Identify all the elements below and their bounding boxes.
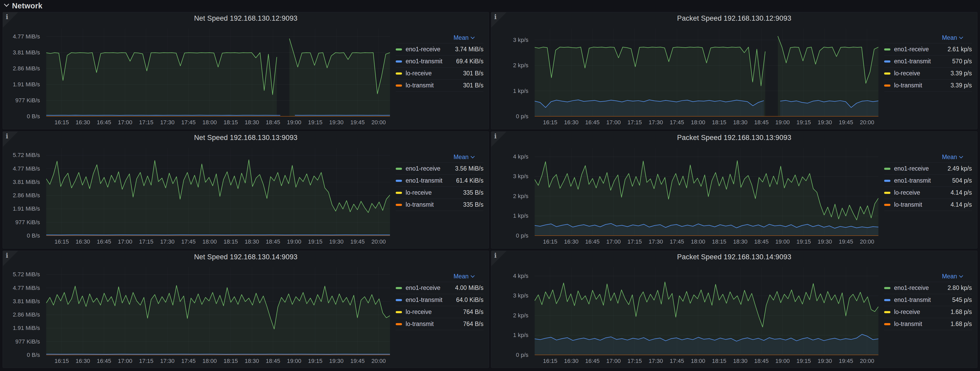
x-axis-tick-label: 17:15 (139, 358, 153, 365)
series-mean-value: 504 p/s (933, 177, 972, 184)
legend-row[interactable]: eno1-transmit 504 p/s (884, 174, 972, 187)
series-mean-value: 3.56 MiB/s (444, 165, 484, 172)
timeseries-chart[interactable] (46, 267, 390, 355)
legend-row[interactable]: lo-transmit 1.68 p/s (884, 318, 972, 330)
series-name[interactable]: lo-transmit (894, 82, 933, 89)
series-name[interactable]: lo-receive (406, 309, 444, 315)
legend-row[interactable]: lo-receive 4.14 p/s (884, 187, 972, 198)
legend-sort-mean[interactable]: Mean (453, 154, 474, 161)
series-name[interactable]: eno1-receive (406, 46, 444, 53)
legend-row[interactable]: lo-transmit 764 B/s (396, 318, 484, 330)
x-axis-tick-label: 16:45 (97, 238, 111, 245)
legend-row[interactable]: lo-receive 335 B/s (396, 187, 484, 198)
timeseries-chart[interactable] (535, 148, 878, 236)
series-name[interactable]: lo-transmit (894, 201, 933, 208)
series-name[interactable]: lo-receive (894, 70, 933, 77)
legend-sort-mean[interactable]: Mean (453, 273, 474, 280)
legend-row[interactable]: lo-receive 1.68 p/s (884, 306, 972, 318)
legend-row[interactable]: eno1-receive 3.74 MiB/s (396, 43, 484, 55)
series-mean-value: 3.74 MiB/s (444, 46, 484, 53)
legend-row[interactable]: eno1-transmit 61.4 KiB/s (396, 174, 484, 187)
series-name[interactable]: eno1-transmit (406, 296, 444, 304)
series-name[interactable]: lo-receive (894, 189, 933, 196)
y-axis: 0 p/s1 kp/s2 kp/s3 kp/s4 kp/s (495, 267, 531, 355)
y-axis-tick-label: 3.81 MiB/s (13, 298, 40, 305)
x-axis-tick-label: 17:30 (649, 358, 663, 365)
legend-row[interactable]: lo-receive 3.39 p/s (884, 67, 972, 79)
legend-row[interactable]: lo-transmit 4.14 p/s (884, 198, 972, 211)
series-name[interactable]: eno1-receive (894, 46, 933, 53)
legend-row[interactable]: lo-transmit 301 B/s (396, 79, 484, 91)
series-name[interactable]: eno1-receive (894, 285, 933, 291)
series-name[interactable]: eno1-transmit (406, 177, 444, 184)
plot-box[interactable] (535, 29, 878, 117)
y-axis-tick-label: 3 kp/s (513, 173, 528, 180)
x-axis-tick-label: 20:00 (860, 238, 874, 245)
legend-row[interactable]: eno1-transmit 570 p/s (884, 55, 972, 67)
plot-box[interactable] (535, 148, 878, 236)
series-name[interactable]: lo-transmit (894, 320, 933, 328)
series-name[interactable]: lo-transmit (406, 320, 444, 328)
legend-row[interactable]: eno1-receive 2.49 kp/s (884, 163, 972, 174)
panel-title[interactable]: Net Speed 192.168.130.13:9093 (3, 132, 489, 144)
chevron-down-icon (959, 154, 963, 158)
series-name[interactable]: lo-transmit (406, 82, 444, 89)
timeseries-chart[interactable] (46, 148, 390, 236)
panel-title[interactable]: Packet Speed 192.168.130.14:9093 (491, 251, 977, 263)
legend-row[interactable]: eno1-transmit 545 p/s (884, 294, 972, 306)
series-name[interactable]: eno1-receive (894, 165, 933, 172)
series-name[interactable]: lo-receive (894, 309, 933, 315)
legend-sort-mean[interactable]: Mean (942, 34, 963, 42)
legend-sort-mean[interactable]: Mean (942, 154, 963, 161)
x-axis-tick-label: 18:15 (224, 358, 238, 365)
series-name[interactable]: eno1-receive (406, 285, 444, 291)
legend-row[interactable]: eno1-receive 4.00 MiB/s (396, 282, 484, 294)
panel-body: 0 B/s977 KiB/s1.91 MiB/s2.86 MiB/s3.81 M… (3, 24, 489, 129)
panel-title[interactable]: Packet Speed 192.168.130.13:9093 (491, 132, 977, 144)
series-name[interactable]: lo-receive (406, 70, 444, 77)
legend-sort-mean[interactable]: Mean (453, 34, 474, 42)
panel-title[interactable]: Net Speed 192.168.130.14:9093 (3, 251, 489, 263)
legend-row[interactable]: lo-receive 301 B/s (396, 67, 484, 79)
series-name[interactable]: eno1-transmit (894, 296, 933, 304)
plot-box[interactable] (46, 148, 390, 236)
y-axis-tick-label: 0 B/s (27, 113, 40, 120)
plot-box[interactable] (535, 267, 878, 355)
legend-row[interactable]: eno1-receive 3.56 MiB/s (396, 163, 484, 174)
x-axis-tick-label: 16:30 (76, 238, 90, 245)
plot-box[interactable] (46, 267, 390, 355)
chevron-down-icon (959, 35, 963, 39)
timeseries-chart[interactable] (535, 267, 878, 355)
timeseries-chart[interactable] (535, 29, 878, 117)
legend-row[interactable]: lo-receive 764 B/s (396, 306, 484, 318)
x-axis-tick-label: 16:30 (564, 119, 579, 126)
series-name[interactable]: eno1-transmit (894, 58, 933, 65)
legend-sort-mean[interactable]: Mean (942, 273, 963, 280)
series-name[interactable]: lo-transmit (406, 201, 444, 208)
plot-box[interactable] (46, 29, 390, 117)
legend-row[interactable]: eno1-receive 2.80 kp/s (884, 282, 972, 294)
series-mean-value: 64.0 KiB/s (444, 296, 484, 304)
series-mean-value: 301 B/s (444, 70, 484, 77)
info-icon: i (6, 252, 8, 259)
x-axis-tick-label: 19:00 (287, 119, 301, 126)
timeseries-chart[interactable] (46, 29, 390, 117)
x-axis-tick-label: 18:45 (754, 358, 769, 365)
series-name[interactable]: eno1-transmit (406, 58, 444, 65)
legend-row[interactable]: eno1-receive 2.61 kp/s (884, 43, 972, 55)
series-name[interactable]: lo-receive (406, 189, 444, 196)
legend-row[interactable]: lo-transmit 335 B/s (396, 198, 484, 211)
legend-row[interactable]: eno1-transmit 69.4 KiB/s (396, 55, 484, 67)
x-axis-tick-label: 19:15 (308, 238, 322, 245)
legend-header-row: Mean (396, 271, 484, 282)
x-axis-tick-label: 17:30 (649, 238, 663, 245)
legend-row[interactable]: eno1-transmit 64.0 KiB/s (396, 294, 484, 306)
panel-title[interactable]: Net Speed 192.168.130.12:9093 (3, 12, 489, 24)
legend-row[interactable]: lo-transmit 3.39 p/s (884, 79, 972, 91)
legend-sort-label: Mean (942, 154, 957, 161)
row-header-network[interactable]: Network (3, 0, 43, 11)
series-name[interactable]: eno1-receive (406, 165, 444, 172)
panel-title[interactable]: Packet Speed 192.168.130.12:9093 (491, 12, 977, 24)
series-color-swatch (884, 72, 891, 75)
series-name[interactable]: eno1-transmit (894, 177, 933, 184)
